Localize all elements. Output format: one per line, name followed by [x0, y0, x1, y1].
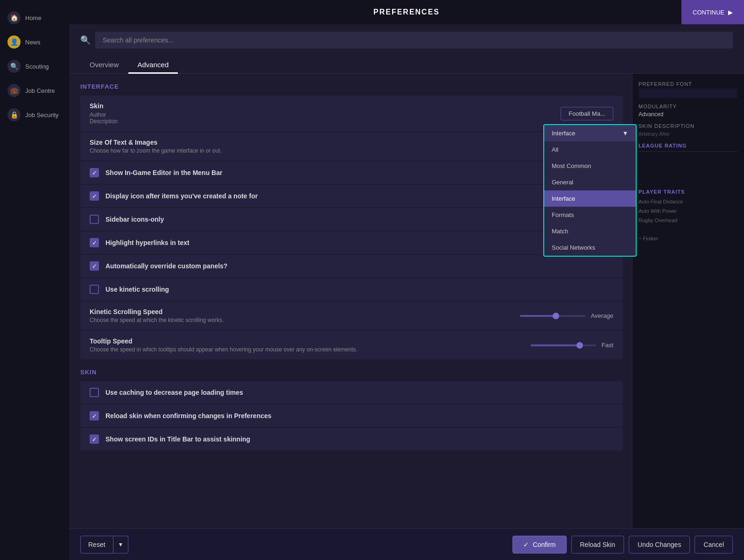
skin-description-label2: Description: [90, 118, 118, 125]
modal-title: PREFERENCES: [373, 8, 440, 16]
hyperlinks-label: Highlight hyperlinks in text: [105, 239, 190, 246]
kinetic-speed-row: Kinetic Scrolling Speed Choose the speed…: [80, 301, 623, 330]
job-centre-icon: 💼: [7, 84, 21, 97]
home-icon: 🏠: [7, 11, 21, 24]
auto-override-checkbox[interactable]: [90, 261, 99, 271]
tooltip-speed-track[interactable]: [531, 344, 596, 346]
content-area[interactable]: INTERFACE Skin Author Description Footba…: [69, 74, 744, 461]
dropdown-chevron-icon: ▼: [622, 130, 628, 137]
tab-overview[interactable]: Overview: [80, 56, 128, 73]
show-editor-label: Show In-Game Editor in the Menu Bar: [105, 169, 222, 176]
reset-button-group: Reset ▼: [80, 536, 128, 553]
sidebar-item-news[interactable]: 👤 News: [0, 30, 69, 54]
caching-checkbox[interactable]: [90, 388, 99, 397]
preferences-modal: PREFERENCES CONTINUE ▶ 🔍 Overview Advanc…: [69, 0, 744, 560]
kinetic-speed-slider-wrap: Average: [520, 312, 613, 319]
tooltip-speed-slider-wrap: Fast: [531, 342, 613, 349]
sidebar-item-label: News: [25, 39, 41, 46]
tab-advanced[interactable]: Advanced: [128, 56, 178, 73]
reload-skin-label: Reload skin when confirming changes in P…: [105, 412, 272, 420]
reload-skin-button[interactable]: Reload Skin: [571, 536, 625, 553]
sidebar-item-job-centre[interactable]: 💼 Job Centre: [0, 78, 69, 103]
scouting-icon: 🔍: [7, 60, 21, 73]
sidebar-item-label: Job Security: [25, 112, 59, 119]
kinetic-speed-track[interactable]: [520, 315, 585, 317]
caching-label: Use caching to decrease page loading tim…: [105, 389, 243, 396]
checkbox-row-display-icon[interactable]: Display icon after items you've created …: [80, 185, 623, 207]
sidebar-icons-label: Sidebar icons-only: [105, 216, 164, 223]
screen-ids-label: Show screen IDs in Title Bar to assist s…: [105, 435, 250, 443]
sidebar-item-label: Scouting: [25, 63, 49, 70]
dropdown-option-social-networks[interactable]: Social Networks: [544, 239, 636, 256]
kinetic-checkbox[interactable]: [90, 285, 99, 294]
continue-arrow-icon: ▶: [728, 9, 733, 16]
dropdown-option-most-common[interactable]: Most Common: [544, 158, 636, 174]
footer: Reset ▼ ✓ Confirm Reload Skin Undo Chang…: [69, 528, 744, 560]
news-icon: 👤: [7, 35, 21, 49]
reset-dropdown-button[interactable]: ▼: [113, 536, 129, 553]
dropdown-option-interface[interactable]: Interface: [544, 190, 636, 207]
kinetic-speed-value: Average: [591, 312, 613, 319]
sidebar-icons-checkbox[interactable]: [90, 215, 99, 224]
dropdown-option-all[interactable]: All: [544, 141, 636, 158]
checkbox-row-show-editor[interactable]: Show In-Game Editor in the Menu Bar: [80, 161, 623, 184]
kinetic-speed-label: Kinetic Scrolling Speed: [90, 308, 513, 315]
tabs-bar: Overview Advanced: [69, 56, 744, 74]
kinetic-speed-fill: [520, 315, 556, 317]
reset-button[interactable]: Reset: [80, 536, 113, 553]
size-label: Size Of Text & Images: [90, 139, 554, 146]
undo-changes-button[interactable]: Undo Changes: [629, 536, 690, 553]
dropdown-header[interactable]: Interface ▼: [544, 125, 636, 141]
skin-section-header: SKIN: [80, 369, 623, 376]
hyperlinks-checkbox[interactable]: [90, 238, 99, 247]
footer-actions: ✓ Confirm Reload Skin Undo Changes Cance…: [512, 536, 733, 553]
tooltip-speed-value: Fast: [602, 342, 613, 349]
cancel-button[interactable]: Cancel: [695, 536, 733, 553]
display-icon-label: Display icon after items you've created …: [105, 192, 258, 200]
sidebar-item-scouting[interactable]: 🔍 Scouting: [0, 54, 69, 78]
checkbox-row-sidebar-icons[interactable]: Sidebar icons-only: [80, 208, 623, 231]
size-sublabel: Choose how far to zoom the game interfac…: [90, 147, 554, 154]
skin-label: Skin: [90, 102, 554, 110]
kinetic-speed-thumb[interactable]: [553, 313, 559, 319]
checkbox-row-reload-skin[interactable]: Reload skin when confirming changes in P…: [80, 405, 623, 427]
skin-author-label: Author: [90, 112, 106, 118]
tooltip-speed-thumb[interactable]: [576, 342, 583, 349]
tooltip-speed-row: Tooltip Speed Choose the speed in which …: [80, 331, 623, 359]
checkbox-row-caching[interactable]: Use caching to decrease page loading tim…: [80, 381, 623, 404]
continue-button[interactable]: CONTINUE ▶: [681, 0, 744, 24]
show-editor-checkbox[interactable]: [90, 168, 99, 177]
sidebar-item-label: Home: [25, 14, 42, 21]
sidebar-item-home[interactable]: 🏠 Home: [0, 6, 69, 30]
interface-section-header: INTERFACE: [80, 83, 623, 90]
tooltip-speed-label: Tooltip Speed: [90, 337, 524, 345]
sidebar: 🏠 Home 👤 News 🔍 Scouting 💼 Job Centre 🔒 …: [0, 0, 69, 560]
checkbox-row-hyperlinks[interactable]: Highlight hyperlinks in text: [80, 231, 623, 254]
checkbox-row-kinetic[interactable]: Use kinetic scrolling: [80, 278, 623, 301]
top-bar: PREFERENCES CONTINUE ▶: [69, 0, 744, 24]
screen-ids-checkbox[interactable]: [90, 434, 99, 444]
dropdown-option-formats[interactable]: Formats: [544, 207, 636, 223]
reset-arrow-icon: ▼: [118, 541, 124, 548]
display-icon-checkbox[interactable]: [90, 191, 99, 201]
auto-override-label: Automatically override custom panels?: [105, 262, 227, 270]
search-input[interactable]: [95, 32, 733, 49]
confirm-button[interactable]: ✓ Confirm: [512, 536, 566, 553]
kinetic-label: Use kinetic scrolling: [105, 286, 169, 293]
dropdown-option-match[interactable]: Match: [544, 223, 636, 239]
skin-setting-row: Skin Author Description Football Ma...: [80, 96, 623, 131]
tooltip-speed-sublabel: Choose the speed in which tooltips shoul…: [90, 346, 524, 353]
skin-dropdown-button[interactable]: Football Ma...: [561, 107, 613, 120]
job-security-icon: 🔒: [7, 108, 21, 121]
search-bar: 🔍: [69, 24, 744, 56]
dropdown-option-general[interactable]: General: [544, 174, 636, 190]
confirm-check-icon: ✓: [523, 541, 529, 548]
search-icon: 🔍: [80, 35, 91, 45]
checkbox-row-screen-ids[interactable]: Show screen IDs in Title Bar to assist s…: [80, 428, 623, 450]
sidebar-item-job-security[interactable]: 🔒 Job Security: [0, 103, 69, 127]
tooltip-speed-fill: [531, 344, 580, 346]
checkbox-row-auto-override[interactable]: Automatically override custom panels?: [80, 255, 623, 277]
filter-dropdown: Interface ▼ All Most Common General Inte…: [543, 124, 637, 257]
reload-skin-checkbox[interactable]: [90, 411, 99, 420]
sidebar-item-label: Job Centre: [25, 87, 55, 94]
